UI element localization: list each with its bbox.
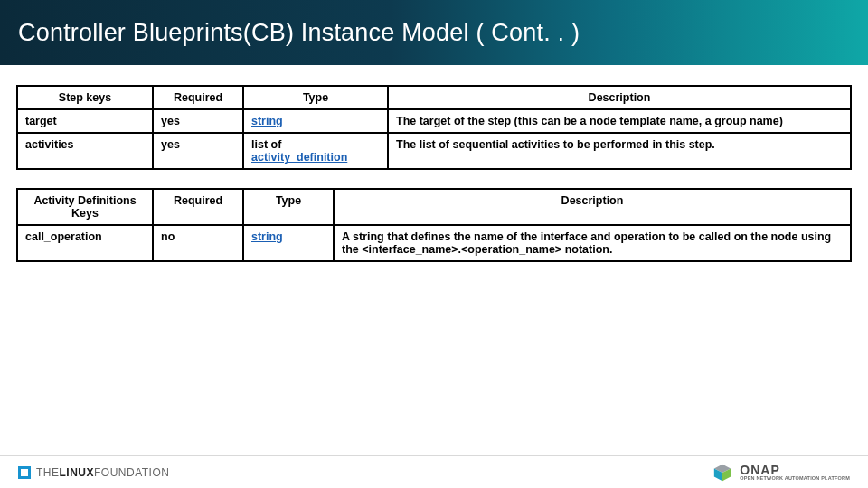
lf-suffix: FOUNDATION bbox=[94, 466, 169, 479]
cell-required: yes bbox=[153, 133, 243, 169]
page-title: Controller Blueprints(CB) Instance Model… bbox=[18, 19, 580, 47]
onap-logo-text: ONAP OPEN NETWORK AUTOMATION PLATFORM bbox=[740, 464, 850, 482]
onap-small: OPEN NETWORK AUTOMATION PLATFORM bbox=[740, 476, 850, 482]
cell-type: string bbox=[243, 109, 388, 133]
col-required: Required bbox=[153, 86, 243, 109]
lf-prefix: THE bbox=[36, 466, 60, 479]
cell-type: string bbox=[243, 225, 334, 261]
col-type: Type bbox=[243, 86, 388, 109]
table-header-row: Step keys Required Type Description bbox=[17, 86, 851, 109]
cell-key: target bbox=[17, 109, 153, 133]
table-row: target yes string The target of the step… bbox=[17, 109, 851, 133]
cell-description: A string that defines the name of the in… bbox=[334, 225, 851, 261]
cell-description: The target of the step (this can be a no… bbox=[388, 109, 851, 133]
activity-definitions-table: Activity Definitions Keys Required Type … bbox=[16, 188, 852, 262]
step-keys-table: Step keys Required Type Description targ… bbox=[16, 85, 852, 170]
lf-mid: LINUX bbox=[60, 466, 95, 479]
lf-square-icon bbox=[18, 466, 31, 479]
table-row: activities yes list of activity_definiti… bbox=[17, 133, 851, 169]
cell-required: yes bbox=[153, 109, 243, 133]
linux-foundation-logo: THELINUXFOUNDATION bbox=[18, 466, 169, 479]
table-row: call_operation no string A string that d… bbox=[17, 225, 851, 261]
cell-required: no bbox=[153, 225, 243, 261]
cell-key: call_operation bbox=[17, 225, 153, 261]
type-link-string[interactable]: string bbox=[251, 115, 283, 127]
cell-type: list of activity_definition bbox=[243, 133, 388, 169]
table-header-row: Activity Definitions Keys Required Type … bbox=[17, 189, 851, 225]
type-link-string[interactable]: string bbox=[251, 230, 283, 243]
type-prefix: list of bbox=[251, 138, 281, 151]
lf-logo-text: THELINUXFOUNDATION bbox=[36, 466, 169, 479]
cell-key: activities bbox=[17, 133, 153, 169]
onap-logo: ONAP OPEN NETWORK AUTOMATION PLATFORM bbox=[712, 463, 850, 483]
col-step-keys: Step keys bbox=[17, 86, 153, 109]
onap-cube-icon bbox=[712, 463, 732, 483]
col-type: Type bbox=[243, 189, 334, 225]
col-description: Description bbox=[388, 86, 851, 109]
col-description: Description bbox=[334, 189, 851, 225]
col-activity-keys: Activity Definitions Keys bbox=[17, 189, 153, 225]
slide-header: Controller Blueprints(CB) Instance Model… bbox=[0, 0, 868, 65]
type-link-activity-definition[interactable]: activity_definition bbox=[251, 151, 347, 164]
col-required: Required bbox=[153, 189, 243, 225]
slide-footer: THELINUXFOUNDATION ONAP OPEN NETWORK AUT… bbox=[0, 455, 868, 488]
cell-description: The list of sequential activities to be … bbox=[388, 133, 851, 169]
onap-big: ONAP bbox=[740, 464, 850, 476]
content-area: Step keys Required Type Description targ… bbox=[0, 65, 868, 262]
